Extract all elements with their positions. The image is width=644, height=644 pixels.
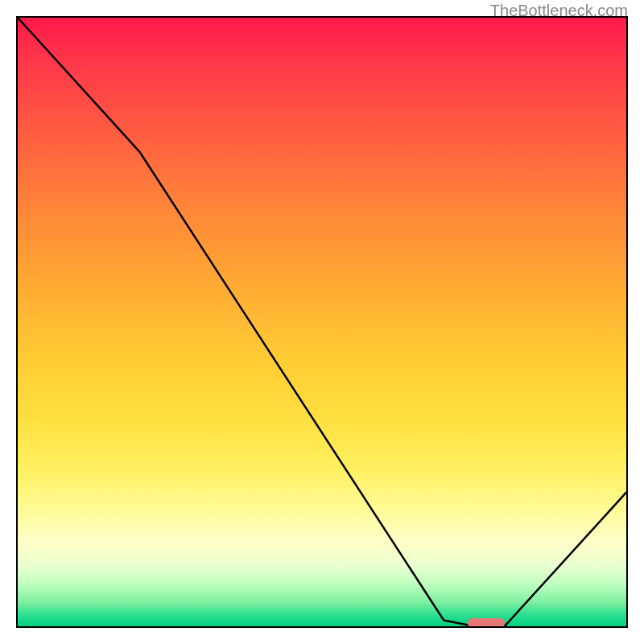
chart-plot-area bbox=[18, 18, 626, 626]
watermark-text: TheBottleneck.com bbox=[490, 2, 628, 20]
chart-frame bbox=[16, 16, 628, 628]
chart-curve bbox=[18, 18, 626, 626]
target-marker bbox=[468, 618, 504, 626]
